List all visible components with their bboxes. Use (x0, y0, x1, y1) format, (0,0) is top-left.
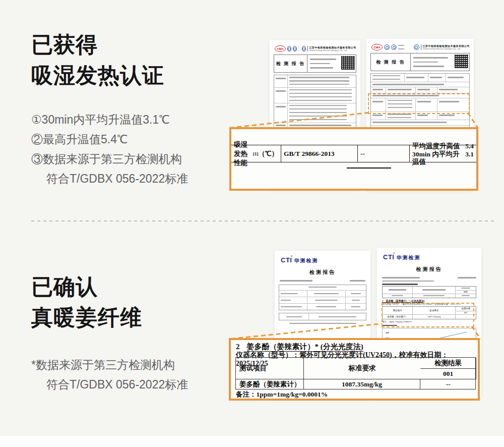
col-result: 检测结果 (420, 358, 476, 369)
result-row-max: 平均温度升高值 5.4 (412, 142, 474, 150)
cti-doc2-subline-placeholder (382, 281, 434, 282)
warm-point-4: 符合T/GDBX 056-2022标准 (31, 169, 188, 189)
uts-company-en: United Testing Services (Jiangsu) Co., L… (309, 49, 357, 51)
logo-caption-placeholder (398, 45, 404, 49)
cti-doc2-section1-heading-placeholder (382, 284, 418, 285)
panel-remark-line: 备注：1ppm=1mg/kg=0.0001% (236, 390, 328, 399)
uts-round-logo-icon (414, 44, 419, 50)
cti-brand-icon: CTI (383, 253, 394, 261)
ginger-note-2: 符合T/GDBX 056-2022标准 (31, 375, 188, 395)
cti-doc1-conclusion-placeholder (279, 313, 366, 320)
warm-section-points: ①30min内平均升温值3.1℃ ②最高升温值5.4℃ ③数据来源于第三方检测机… (31, 110, 188, 189)
panel-underline-mark (347, 167, 391, 169)
cti-logo: CTI 华测检测 (377, 248, 481, 261)
bottom-strip (0, 436, 504, 447)
cma-logo-icon: CMA (371, 44, 383, 50)
row-result-cell: 1087.35mg/kg (304, 379, 420, 389)
ginger-section-title: 已确认 真暖姜纤维 (31, 271, 142, 333)
cti-doc1-footnote-placeholder (289, 323, 356, 324)
warm-section-title: 已获得 吸湿发热认证 (31, 29, 164, 91)
uts-company-en: United Testing Services (Jiangsu) Co., L… (423, 47, 470, 50)
cti-report-title: 检测报告 (275, 269, 370, 276)
cti-doc1-table-placeholder (279, 285, 366, 310)
ginger-zoom-panel: 2姜多酚（姜辣素计）* (分光光度法) 仪器名称（型号）：紫外可见分光光度计(U… (229, 338, 480, 401)
cti-brand-icon: CTI (281, 256, 292, 264)
uts-report-header-band: 检 测 报 告 (370, 53, 470, 71)
warm-point-3: ③数据来源于第三方检测机构 (31, 149, 188, 169)
logo-caption-placeholder (298, 46, 299, 51)
uts-report-title: 检 测 报 告 (274, 55, 307, 72)
cti-report-meta-placeholder (280, 280, 365, 282)
cti-report-meta-placeholder (382, 277, 476, 278)
cti-brand-cn: 华测检测 (294, 257, 318, 264)
ginger-highlight-box (382, 303, 474, 327)
uts-logo-row: CMA 江苏中检联检验检测技术服务有限公司 United Testing Ser… (366, 39, 474, 50)
uts-logo-row: CMA 江苏中检联检验检测技术服务有限公司 United Testing Ser… (270, 40, 360, 52)
uts-round-logo-icon (302, 46, 306, 51)
cti-doc2-section2-heading: 2 姜多酚（姜辣素计）* (分光光度法) (382, 299, 476, 302)
warm-zoom-table: 吸湿发热性能[1]（℃） GB/T 29866-2013 -- 平均温度升高值 … (231, 145, 476, 162)
warm-zoom-requirement-cell: -- (358, 145, 410, 162)
ginger-zoom-table: 测试项目 检测结果 标准要求 001 姜多酚（姜辣素计） 1087.35mg/k… (235, 357, 476, 389)
warm-zoom-result-cell: 平均温度升高值 5.4 30min 内平均升温值 3.1 (410, 145, 476, 162)
qr-code-icon (455, 54, 468, 68)
warm-zoom-item-cell: 吸湿发热性能[1]（℃） (231, 145, 281, 162)
result-row-30min: 30min 内平均升温值 3.1 (412, 150, 474, 165)
promo-page: 已获得 吸湿发热认证 ①30min内平均升温值3.1℃ ②最高升温值5.4℃ ③… (0, 0, 504, 447)
cti-brand-cn: 华测检测 (396, 254, 420, 261)
ginger-section-notes: *数据来源于第三方检测机构 符合T/GDBX 056-2022标准 (31, 355, 188, 395)
uts-company-name: 江苏中检联检验检测技术服务有限公司 United Testing Service… (421, 44, 470, 50)
qr-code-icon (341, 56, 355, 70)
warm-highlight-box (368, 93, 470, 114)
row-requirement-cell: -- (420, 379, 476, 389)
cnas-logo-icon (293, 46, 297, 51)
ginger-note-1: *数据来源于第三方检测机构 (31, 355, 188, 375)
warm-zoom-method-cell: GB/T 29866-2013 (281, 145, 358, 162)
cti-doc2-section1-table-placeholder (382, 286, 476, 298)
col-test-item: 测试项目 (236, 358, 304, 379)
uts-company-name: 江苏中检联检验检测技术服务有限公司 United Testing Service… (307, 46, 357, 51)
warm-point-2: ②最高升温值5.4℃ (31, 130, 188, 149)
cnas-logo-icon (391, 44, 397, 50)
ilac-mra-logo-icon (384, 44, 390, 50)
ilac-mra-logo-icon (287, 46, 291, 51)
sample-id-cell: 001 (420, 369, 476, 379)
cti-logo: CTI 华测检测 (275, 251, 370, 264)
uts-report-header-band: 检 测 报 告 (274, 54, 356, 73)
section-divider (31, 220, 495, 221)
cti-report-title: 检测报告 (377, 266, 481, 273)
cma-logo-icon: CMA (275, 45, 286, 52)
warm-zoom-panel: 吸湿发热性能[1]（℃） GB/T 29866-2013 -- 平均温度升高值 … (229, 127, 478, 191)
uts-report-title: 检 测 报 告 (371, 53, 411, 71)
col-requirement: 标准要求 (304, 358, 420, 379)
row-item-cell: 姜多酚（姜辣素计） (236, 379, 304, 389)
warm-point-1: ①30min内平均升温值3.1℃ (31, 110, 188, 130)
